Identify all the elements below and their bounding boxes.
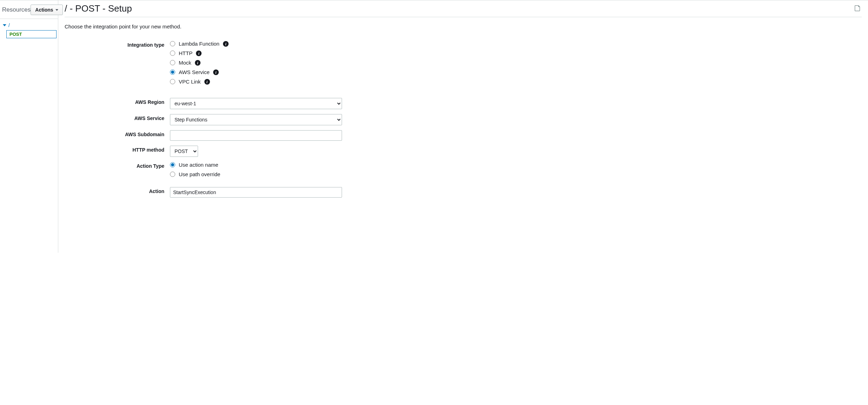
tree-method-post[interactable]: POST — [6, 30, 57, 38]
radio-use-path-override[interactable]: Use path override — [170, 171, 220, 177]
info-icon[interactable]: i — [223, 41, 229, 47]
label-aws-subdomain: AWS Subdomain — [65, 130, 170, 137]
resource-tree: / POST — [0, 19, 58, 41]
radio-label-lambda: Lambda Function — [179, 41, 219, 47]
info-icon[interactable]: i — [196, 51, 202, 56]
tree-method-label: POST — [9, 32, 22, 37]
row-action: Action — [65, 187, 862, 198]
row-action-type: Action Type Use action name Use path ove… — [65, 162, 862, 177]
info-icon[interactable]: i — [195, 60, 200, 66]
documentation-icon[interactable] — [854, 4, 862, 13]
input-aws-subdomain[interactable] — [170, 130, 342, 141]
select-aws-service[interactable]: Step Functions — [170, 114, 342, 125]
radio-aws-service[interactable]: AWS Service i — [170, 69, 229, 75]
radio-mock[interactable]: Mock i — [170, 60, 229, 66]
tree-root-node[interactable]: / — [1, 22, 57, 29]
radio-input-aws-service[interactable] — [170, 69, 175, 75]
radio-input-vpc-link[interactable] — [170, 79, 175, 84]
radio-http[interactable]: HTTP i — [170, 50, 229, 56]
label-action: Action — [65, 187, 170, 194]
radio-input-lambda[interactable] — [170, 41, 175, 46]
input-action[interactable] — [170, 187, 342, 198]
radio-input-use-path-override[interactable] — [170, 172, 175, 177]
action-type-radio-group: Use action name Use path override — [170, 162, 220, 177]
select-aws-region[interactable]: eu-west-1 — [170, 98, 342, 109]
triangle-down-icon — [3, 24, 6, 26]
app-container: Resources Actions / POST / - POST - Setu… — [0, 0, 868, 253]
label-aws-region: AWS Region — [65, 98, 170, 105]
info-icon[interactable]: i — [204, 79, 210, 85]
radio-label-mock: Mock — [179, 60, 191, 66]
label-action-type: Action Type — [65, 162, 170, 169]
radio-vpc-link[interactable]: VPC Link i — [170, 79, 229, 85]
row-http-method: HTTP method POST — [65, 146, 862, 157]
actions-button[interactable]: Actions — [31, 5, 63, 15]
tree-root-label: / — [8, 22, 10, 28]
page-subtitle: Choose the integration point for your ne… — [65, 24, 862, 29]
row-aws-subdomain: AWS Subdomain — [65, 130, 862, 141]
select-http-method[interactable]: POST — [170, 146, 198, 157]
row-aws-region: AWS Region eu-west-1 — [65, 98, 862, 109]
row-integration-type: Integration type Lambda Function i HTTP … — [65, 41, 862, 85]
radio-input-use-action-name[interactable] — [170, 162, 175, 167]
radio-input-mock[interactable] — [170, 60, 175, 65]
radio-label-aws-service: AWS Service — [179, 69, 210, 75]
radio-use-action-name[interactable]: Use action name — [170, 162, 220, 168]
label-integration-type: Integration type — [65, 41, 170, 48]
row-aws-service: AWS Service Step Functions — [65, 114, 862, 125]
radio-input-http[interactable] — [170, 51, 175, 56]
sidebar-header: Resources Actions — [0, 3, 58, 19]
page-title: / - POST - Setup — [65, 3, 132, 14]
radio-label-use-path-override: Use path override — [179, 171, 220, 177]
radio-lambda-function[interactable]: Lambda Function i — [170, 41, 229, 47]
integration-type-radio-group: Lambda Function i HTTP i Mock i — [170, 41, 229, 85]
setup-form: Integration type Lambda Function i HTTP … — [65, 41, 862, 198]
label-aws-service: AWS Service — [65, 114, 170, 121]
radio-label-http: HTTP — [179, 50, 192, 56]
main-header: / - POST - Setup — [65, 3, 862, 17]
resources-sidebar: Resources Actions / POST — [0, 0, 58, 253]
caret-down-icon — [55, 9, 58, 11]
label-http-method: HTTP method — [65, 146, 170, 153]
info-icon[interactable]: i — [213, 69, 219, 75]
radio-label-use-action-name: Use action name — [179, 162, 218, 168]
actions-button-label: Actions — [35, 7, 53, 13]
sidebar-title: Resources — [2, 6, 31, 13]
main-panel: / - POST - Setup Choose the integration … — [58, 0, 868, 253]
radio-label-vpc-link: VPC Link — [179, 79, 201, 85]
